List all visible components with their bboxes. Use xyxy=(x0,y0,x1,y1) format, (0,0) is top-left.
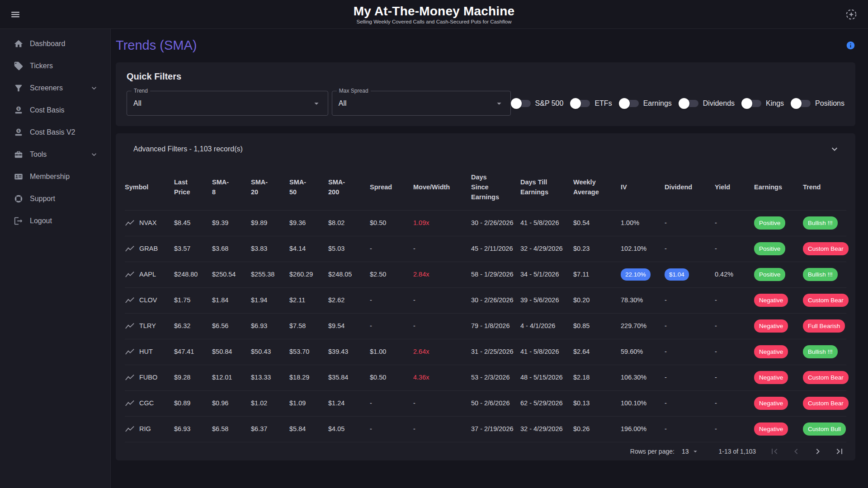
table-row-aapl: AAPL$248.80$250.54$255.38$260.29$248.05$… xyxy=(125,262,846,287)
column-header-spread[interactable]: Spread xyxy=(370,165,413,210)
sidebar-item-tools[interactable]: Tools xyxy=(0,143,110,165)
previous-page-icon[interactable] xyxy=(789,445,803,458)
cell-sma_50: $18.29 xyxy=(289,365,328,390)
earnings-badge: Negative xyxy=(754,294,788,307)
sidebar-item-support[interactable]: Support xyxy=(0,188,110,210)
column-header-symbol[interactable]: Symbol xyxy=(125,165,174,210)
toggle-etfs[interactable] xyxy=(570,98,591,109)
chart-icon[interactable] xyxy=(125,219,135,227)
sidebar-item-membership[interactable]: Membership xyxy=(0,165,110,188)
first-page-icon[interactable] xyxy=(768,445,781,458)
table-row-clov: CLOV$1.75$1.84$1.94$2.11$2.62--30 - 2/26… xyxy=(125,287,846,313)
next-page-icon[interactable] xyxy=(811,445,825,458)
table-row-fubo: FUBO$9.28$12.01$13.33$18.29$35.84$0.504.… xyxy=(125,365,846,390)
cell-sma_50: $4.14 xyxy=(289,236,328,262)
trend-badge: Custom Bear xyxy=(803,294,849,307)
cell-move_width: 4.36x xyxy=(413,365,471,390)
column-header-last_price[interactable]: Last Price xyxy=(174,165,212,210)
cell-yield: - xyxy=(715,210,754,236)
cell-last_price: $0.89 xyxy=(174,390,212,416)
cell-days_since_earnings: 53 - 2/3/2026 xyxy=(471,365,520,390)
toggle-earnings[interactable] xyxy=(619,98,640,109)
rows-per-page-select[interactable]: 13 xyxy=(682,447,700,455)
cell-symbol: FUBO xyxy=(125,365,174,390)
column-header-yield[interactable]: Yield xyxy=(715,165,754,210)
column-header-days_till_earnings[interactable]: Days Till Earnings xyxy=(520,165,573,210)
toggle-sp500[interactable] xyxy=(511,98,532,109)
sidebar-item-tickers[interactable]: Tickers xyxy=(0,55,110,77)
column-header-sma_20[interactable]: SMA-20 xyxy=(251,165,289,210)
earnings-badge: Positive xyxy=(754,268,785,282)
table-row-rig: RIG$6.93$6.58$6.37$5.84$4.05--37 - 2/19/… xyxy=(125,416,846,442)
sidebar-item-dashboard[interactable]: Dashboard xyxy=(0,33,110,55)
cell-dividend: - xyxy=(665,236,715,262)
cell-symbol: HUT xyxy=(125,339,174,365)
column-header-sma_8[interactable]: SMA-8 xyxy=(212,165,251,210)
tag-icon xyxy=(14,61,24,71)
cell-spread: $0.50 xyxy=(370,365,413,390)
cell-sma_50: $53.70 xyxy=(289,339,328,365)
chart-icon[interactable] xyxy=(125,399,135,407)
trend-badge: Bullish !!! xyxy=(803,345,838,359)
app-subtitle: Selling Weekly Covered Calls and Cash-Se… xyxy=(354,19,515,24)
chart-icon[interactable] xyxy=(125,322,135,330)
logout-icon xyxy=(14,216,24,226)
cell-symbol: CGC xyxy=(125,390,174,416)
chevron-down-icon xyxy=(90,150,99,159)
cell-days_since_earnings: 58 - 1/29/2026 xyxy=(471,262,520,287)
cell-weekly_average: $0.85 xyxy=(573,313,621,339)
cell-yield: - xyxy=(715,313,754,339)
sidebar-item-label: Support xyxy=(30,195,55,203)
chart-icon[interactable] xyxy=(125,296,135,304)
cell-last_price: $6.93 xyxy=(174,416,212,442)
column-header-iv[interactable]: IV xyxy=(621,165,665,210)
last-page-icon[interactable] xyxy=(833,445,846,458)
column-header-earnings[interactable]: Earnings xyxy=(754,165,803,210)
column-header-sma_200[interactable]: SMA-200 xyxy=(328,165,370,210)
chart-icon[interactable] xyxy=(125,245,135,253)
cell-sma_50: $5.84 xyxy=(289,416,328,442)
trend-badge: Full Bearish xyxy=(803,319,845,333)
hamburger-menu-icon[interactable] xyxy=(11,10,20,19)
sidebar: Dashboard Tickers Screeners $ Cost Basis… xyxy=(0,29,111,488)
column-header-dividend[interactable]: Dividend xyxy=(665,165,715,210)
table-row-cgc: CGC$0.89$0.96$1.02$1.09$1.24--50 - 2/6/2… xyxy=(125,390,846,416)
max-spread-select[interactable]: Max Spread All xyxy=(332,91,511,116)
sidebar-item-cost-basis[interactable]: $ Cost Basis xyxy=(0,99,110,121)
sidebar-item-cost-basis-v2[interactable]: $ Cost Basis V2 xyxy=(0,121,110,143)
chart-icon[interactable] xyxy=(125,374,135,381)
chart-icon[interactable] xyxy=(125,425,135,433)
advanced-filters-toggle[interactable]: Advanced Filters - 1,103 record(s) xyxy=(125,133,846,165)
trend-select[interactable]: Trend All xyxy=(127,91,328,116)
info-icon[interactable] xyxy=(846,41,855,50)
sidebar-item-logout[interactable]: Logout xyxy=(0,210,110,232)
column-header-weekly_average[interactable]: Weekly Average xyxy=(573,165,621,210)
cell-days_since_earnings: 31 - 2/25/2026 xyxy=(471,339,520,365)
cell-weekly_average: $0.54 xyxy=(573,210,621,236)
sidebar-item-label: Tickers xyxy=(30,62,53,70)
cell-days_since_earnings: 50 - 2/6/2026 xyxy=(471,390,520,416)
trend-badge: Bullish !!! xyxy=(803,268,838,282)
cell-iv: 78.30% xyxy=(621,287,665,313)
column-header-sma_50[interactable]: SMA-50 xyxy=(289,165,328,210)
toggle-earnings-wrap: Earnings xyxy=(619,98,672,109)
cell-days_till_earnings: 41 - 5/8/2026 xyxy=(520,339,573,365)
chart-icon[interactable] xyxy=(125,271,135,278)
column-header-trend[interactable]: Trend xyxy=(803,165,846,210)
refresh-sparkle-icon[interactable] xyxy=(844,8,858,21)
toggle-positions[interactable] xyxy=(791,98,812,109)
cell-dividend: - xyxy=(665,365,715,390)
trend-select-value: All xyxy=(133,99,142,108)
cell-days_till_earnings: 32 - 4/29/2026 xyxy=(520,236,573,262)
column-header-move_width[interactable]: Move/Width xyxy=(413,165,471,210)
sidebar-item-screeners[interactable]: Screeners xyxy=(0,77,110,99)
chart-icon[interactable] xyxy=(125,348,135,356)
column-header-days_since_earnings[interactable]: Days Since Earnings xyxy=(471,165,520,210)
cell-last_price: $3.57 xyxy=(174,236,212,262)
symbol-text: NVAX xyxy=(139,218,156,228)
toggle-kings[interactable] xyxy=(741,98,763,109)
cell-sma_20: $13.33 xyxy=(251,365,289,390)
life-ring-icon xyxy=(14,194,24,204)
cell-symbol: AAPL xyxy=(125,262,174,287)
toggle-dividends[interactable] xyxy=(679,98,700,109)
